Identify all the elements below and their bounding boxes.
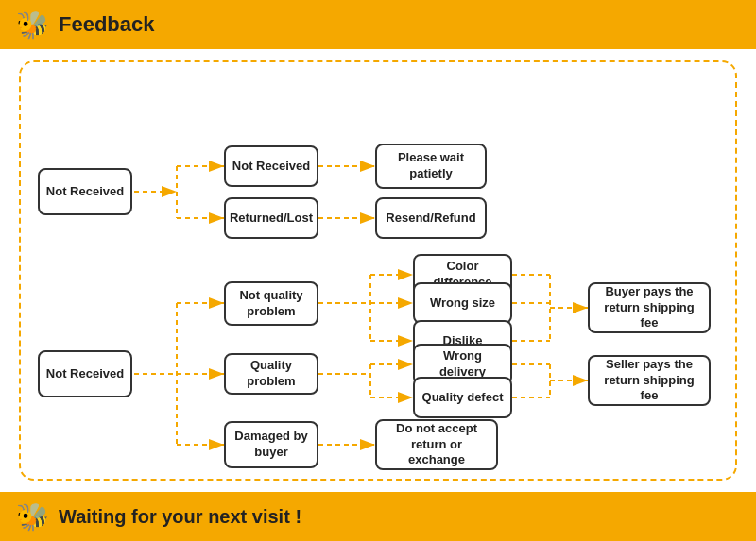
node-seller-pays: Seller pays the return shipping fee [588, 355, 711, 406]
node-quality-defect: Quality defect [413, 377, 512, 418]
diagram: Not Received Not Received Returned/Lost … [19, 60, 737, 481]
node-root-top: Not Received [38, 168, 132, 215]
node-resend-refund: Resend/Refund [375, 197, 487, 239]
node-damaged-buyer: Damaged by buyer [224, 421, 318, 468]
bee-icon-footer: 🐝 [15, 499, 49, 533]
node-not-received: Not Received [224, 145, 318, 187]
node-buyer-pays: Buyer pays the return shipping fee [588, 282, 711, 333]
node-no-return: Do not accept return or exchange [375, 419, 498, 470]
node-returned-lost: Returned/Lost [224, 197, 318, 239]
header-title: Feedback [59, 12, 155, 37]
arrows-svg [21, 62, 735, 479]
node-wrong-size: Wrong size [413, 282, 512, 324]
node-root-bottom: Not Received [38, 350, 132, 397]
footer: 🐝 Waiting for your next visit ! [0, 492, 756, 541]
node-not-quality: Not quality problem [224, 281, 318, 326]
bee-icon-header: 🐝 [15, 8, 49, 42]
main-content: Not Received Not Received Returned/Lost … [0, 49, 756, 492]
node-please-wait: Please wait patietly [375, 144, 487, 189]
header: 🐝 Feedback [0, 0, 756, 49]
footer-title: Waiting for your next visit ! [59, 506, 301, 528]
node-quality-problem: Quality problem [224, 353, 318, 395]
